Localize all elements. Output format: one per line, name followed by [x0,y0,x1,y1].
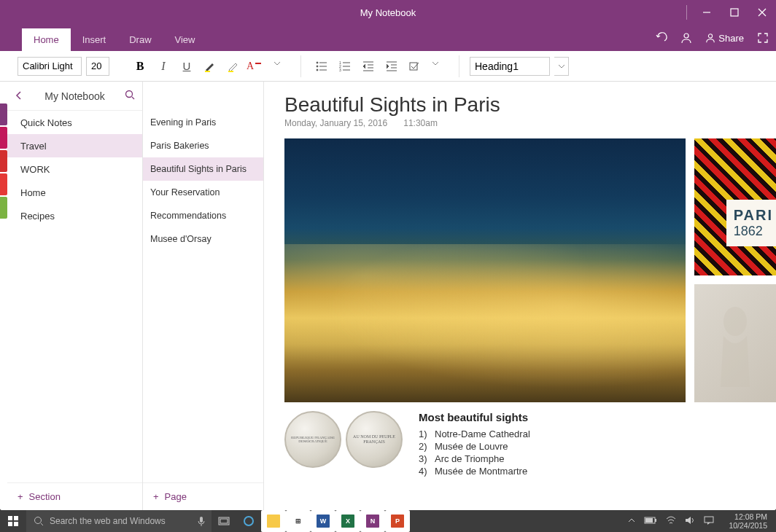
list-item[interactable]: 3)Arc de Triomphe [419,453,776,465]
tags-dropdown[interactable] [428,56,449,77]
minimize-button[interactable] [693,0,721,25]
ink-highlight-button[interactable] [223,56,244,77]
excel-button[interactable]: X [335,510,360,532]
page-item[interactable]: Evening in Paris [143,111,263,134]
onenote-button[interactable]: N [360,510,385,532]
onenote-window: My Notebook Home Insert Draw View Share … [0,0,776,510]
word-button[interactable]: W [311,510,335,532]
battery-icon[interactable] [644,516,657,526]
ribbon-divider [459,55,459,77]
svg-point-37 [35,517,42,524]
font-color-button[interactable]: A [247,56,267,77]
list-item[interactable]: 2)Musée de Louvre [419,440,776,453]
notebook-header: My Notebook [7,82,142,111]
color-tab[interactable] [0,103,7,125]
section-item[interactable]: Home [7,181,142,204]
page-item[interactable]: Your Reservation [143,181,263,204]
note-title[interactable]: Beautiful Sights in Paris [284,93,776,117]
svg-point-13 [317,69,318,71]
taskbar-clock[interactable]: 12:08 PM 10/24/2015 [723,512,773,530]
color-tab[interactable] [0,127,7,149]
svg-rect-1 [731,9,738,16]
svg-rect-8 [255,63,261,64]
note-canvas[interactable]: Beautiful Sights in Paris Monday, Januar… [264,82,776,510]
tab-view[interactable]: View [163,28,207,51]
svg-point-9 [317,62,318,63]
photo-stained-glass[interactable]: PARI 1862 [694,138,776,275]
style-dropdown[interactable] [554,57,569,76]
store-button[interactable]: ⊞ [286,510,311,532]
svg-text:3: 3 [339,68,341,72]
style-select[interactable]: Heading1 [470,57,550,76]
page-item[interactable]: Beautiful Sights in Paris [143,157,263,181]
file-explorer-button[interactable] [261,510,286,532]
underline-button[interactable]: U [176,56,197,77]
clock-date: 10/24/2015 [729,521,767,530]
list-item[interactable]: 4)Musée de Montmartre [419,465,776,477]
svg-rect-39 [200,517,203,523]
account-button[interactable] [680,32,692,44]
list-item[interactable]: 1)Notre-Dame Cathedral [419,428,776,440]
add-section-button[interactable]: +Section [7,482,142,510]
bold-button[interactable]: B [130,56,150,77]
font-size-input[interactable] [86,57,109,76]
share-label: Share [718,33,744,44]
back-icon[interactable] [15,90,23,102]
svg-point-32 [723,307,747,336]
ribbon-home: B I U A 123 Heading1 [0,51,776,82]
font-name-input[interactable] [18,57,82,76]
powerpoint-button[interactable]: P [385,510,410,532]
fullscreen-button[interactable] [757,32,769,44]
color-tab[interactable] [0,150,7,172]
section-item[interactable]: WORK [7,157,142,181]
svg-point-5 [709,34,713,38]
share-button[interactable]: Share [705,33,744,44]
section-item[interactable]: Recipes [7,204,142,227]
add-page-button[interactable]: +Page [143,482,263,510]
search-icon[interactable] [125,90,135,102]
svg-rect-7 [228,71,233,72]
start-button[interactable] [0,510,26,532]
page-item[interactable]: Paris Bakeries [143,134,263,157]
edge-button[interactable] [236,510,261,532]
photo-coins[interactable]: REPUBLIQUE FRANÇAISEDEMOCRATIQUE AU NOM … [284,411,403,477]
section-item[interactable]: Travel [7,134,142,157]
numbering-button[interactable]: 123 [335,56,355,77]
svg-rect-6 [205,71,210,72]
todo-tag-button[interactable] [405,56,425,77]
tab-insert[interactable]: Insert [71,28,118,51]
section-item[interactable]: Quick Notes [7,111,142,134]
bullets-button[interactable] [311,56,332,77]
font-color-dropdown[interactable] [270,56,290,77]
plus-icon: + [18,491,23,502]
highlight-button[interactable] [200,56,220,77]
tab-draw[interactable]: Draw [117,28,163,51]
svg-point-42 [244,517,253,525]
task-view-button[interactable] [212,510,236,532]
microphone-icon[interactable] [197,516,206,526]
volume-icon[interactable] [685,516,695,527]
clock-time: 12:08 PM [729,512,767,521]
page-item[interactable]: Musee d'Orsay [143,227,263,251]
svg-rect-33 [8,516,12,520]
color-tab[interactable] [0,197,7,219]
photo-sculpture[interactable] [694,284,776,402]
photo-paris-street[interactable] [284,138,686,402]
maximize-button[interactable] [721,0,748,25]
wifi-icon[interactable] [666,516,676,527]
note-time: 11:30am [403,118,438,128]
tray-chevron-icon[interactable] [628,516,635,526]
svg-rect-36 [14,522,18,526]
taskbar-search[interactable]: Search the web and Windows [26,510,212,532]
color-tab[interactable] [0,173,7,195]
indent-button[interactable] [381,56,402,77]
italic-button[interactable]: I [153,56,174,77]
titlebar-separator [686,5,687,20]
close-button[interactable] [748,0,776,25]
action-center-icon[interactable] [704,516,714,527]
tab-home[interactable]: Home [22,28,71,51]
undo-button[interactable] [656,32,667,44]
svg-rect-34 [14,516,18,520]
outdent-button[interactable] [358,56,379,77]
page-item[interactable]: Recommendations [143,204,263,227]
